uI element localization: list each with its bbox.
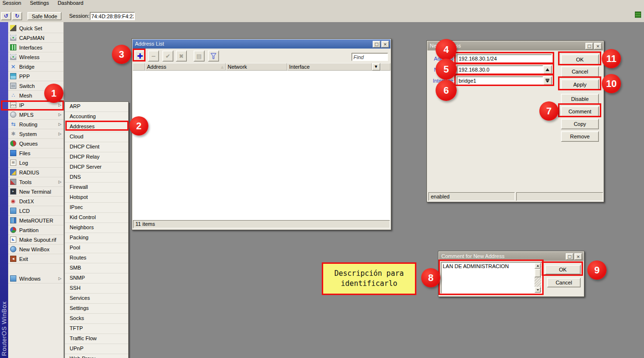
column-header-network[interactable]: Network [226,63,287,71]
ok-button[interactable]: OK [561,54,599,65]
remove-button[interactable]: − [148,50,159,62]
arrow-up-icon [546,68,549,71]
comment-button[interactable]: Comment [561,106,599,117]
ip-submenu-item-smb[interactable]: SMB [65,263,128,273]
sidebar-item-bridge[interactable]: ✕Bridge [8,62,63,72]
enable-button[interactable]: ✔ [162,50,173,62]
ip-submenu-item-services[interactable]: Services [65,294,128,304]
sidebar-item-mpls[interactable]: MPLS▷ [8,110,63,120]
column-header-flags[interactable] [133,63,145,71]
ip-submenu-item-pool[interactable]: Pool [65,243,128,253]
menu-dashboard[interactable]: Dashboard [58,0,84,6]
ip-submenu-item-accounting[interactable]: Accounting [65,112,128,122]
column-header-address[interactable]: Address▲ [145,63,226,71]
sidebar-item-radius[interactable]: RADIUS [8,168,63,177]
filter-button[interactable] [208,50,219,62]
ip-submenu-item-kid-control[interactable]: Kid Control [65,213,128,223]
ip-submenu-item-routes[interactable]: Routes [65,253,128,263]
sidebar-item-tools[interactable]: Tools▷ [8,177,63,187]
maximize-button[interactable]: □ [566,253,573,260]
apply-button[interactable]: Apply [561,79,599,90]
address-list-titlebar[interactable]: Address List □ × [133,39,390,49]
sidebar-item-new-terminal[interactable]: ▸New Terminal [8,187,63,197]
ip-submenu-item-neighbors[interactable]: Neighbors [65,223,128,233]
comment-button[interactable]: ▤ [194,50,205,62]
comment-titlebar[interactable]: Comment for New Address □ × [439,252,583,261]
scrollbar[interactable] [535,263,541,293]
close-button[interactable]: × [574,253,582,260]
ip-submenu-item-arp[interactable]: ARP [65,102,128,112]
sidebar-item-capsman[interactable]: •CAPsMAN [8,33,63,43]
column-header-interface[interactable]: Interface [287,63,372,71]
network-field[interactable]: 192.168.30.0 [457,65,543,74]
sidebar-item-ppp[interactable]: PPP [8,72,63,81]
comment-cancel-button[interactable]: Cancel [547,278,581,287]
address-field[interactable]: 192.168.30.1/24 [457,54,552,63]
ip-submenu-item-ipsec[interactable]: IPsec [65,203,128,213]
sidebar-item-exit[interactable]: ◂Exit [8,254,63,264]
session-input[interactable] [90,12,135,20]
cancel-button[interactable]: Cancel [561,66,599,77]
undo-button[interactable]: ↺ [1,12,11,20]
menu-session[interactable]: Session [2,0,21,6]
sidebar-item-make-supout-rif[interactable]: ◣Make Supout.rif [8,235,63,245]
sidebar-item-interfaces[interactable]: Interfaces [8,43,63,52]
scroll-down-button[interactable] [535,287,541,293]
sidebar-item-queues[interactable]: Queues [8,139,63,148]
sidebar-item-new-winbox[interactable]: New WinBox [8,245,63,254]
column-select-dropdown-button[interactable]: ▼ [372,63,380,71]
add-button[interactable]: ✚ [134,50,146,62]
interface-dropdown-button[interactable] [543,76,552,85]
tools-icon [10,179,16,185]
sidebar-item-windows[interactable]: Windows▷ [8,274,63,284]
ip-submenu-item-snmp[interactable]: SNMP [65,273,128,284]
comment-ok-button[interactable]: OK [545,265,581,274]
disable-button[interactable]: ✖ [176,50,187,62]
sidebar-item-wireless[interactable]: •Wireless [8,52,63,62]
ip-submenu-item-hotspot[interactable]: Hotspot [65,193,128,203]
ip-submenu-item-tftp[interactable]: TFTP [65,324,128,334]
ip-submenu-item-packing[interactable]: Packing [65,233,128,243]
sidebar-item-system[interactable]: ✱System▷ [8,129,63,139]
ip-submenu-item-dhcp-client[interactable]: DHCP Client [65,142,128,152]
menu-settings[interactable]: Settings [30,0,49,6]
sidebar-item-quick-set[interactable]: Quick Set [8,24,63,33]
redo-button[interactable]: ↻ [12,12,22,20]
close-button[interactable]: × [594,43,602,49]
ip-submenu-item-traffic-flow[interactable]: Traffic Flow [65,334,128,344]
ip-submenu-item-socks[interactable]: Socks [65,314,128,324]
ip-submenu-item-addresses[interactable]: Addresses [65,122,128,132]
ip-submenu-item-settings[interactable]: Settings [65,304,128,314]
address-list-table-body[interactable] [133,71,390,220]
winbox-application: Session Settings Dashboard ↺ ↻ Safe Mode… [0,0,644,358]
scroll-up-button[interactable] [535,263,541,269]
close-button[interactable]: × [381,41,389,48]
disable-button[interactable]: Disable [561,94,599,104]
comment-textarea[interactable]: LAN DE ADMINISTRACION [441,262,542,294]
ip-submenu-item-web-proxy[interactable]: Web Proxy [65,354,128,358]
ip-submenu-item-dns[interactable]: DNS [65,173,128,183]
remove-button[interactable]: Remove [561,131,599,142]
ip-submenu-item-dhcp-server[interactable]: DHCP Server [65,162,128,173]
maximize-button[interactable]: □ [373,41,380,48]
ip-submenu-item-ssh[interactable]: SSH [65,284,128,294]
sidebar-item-routing[interactable]: ⇆Routing▷ [8,120,63,129]
ip-submenu-item-upnp[interactable]: UPnP [65,344,128,354]
sidebar-item-metarouter[interactable]: MetaROUTER [8,216,63,225]
collapse-up-button[interactable] [543,65,552,74]
sidebar-item-partition[interactable]: Partition [8,225,63,235]
scrollbar-thumb[interactable] [535,269,541,277]
safe-mode-button[interactable]: Safe Mode [27,12,61,20]
sidebar-item-files[interactable]: Files [8,148,63,158]
interface-field[interactable]: bridge1 [457,76,543,85]
find-input[interactable] [352,53,388,61]
ip-submenu-item-cloud[interactable]: Cloud [65,132,128,142]
copy-button[interactable]: Copy [561,119,599,129]
sidebar-item-lcd[interactable]: LCD [8,206,63,216]
sidebar-item-dot1x[interactable]: ◉Dot1X [8,197,63,206]
ip-submenu-item-firewall[interactable]: Firewall [65,183,128,193]
ip-submenu-item-dhcp-relay[interactable]: DHCP Relay [65,152,128,162]
maximize-button[interactable]: □ [585,43,593,49]
sidebar-item-label: System [19,131,59,137]
sidebar-item-log[interactable]: ≡Log [8,158,63,168]
